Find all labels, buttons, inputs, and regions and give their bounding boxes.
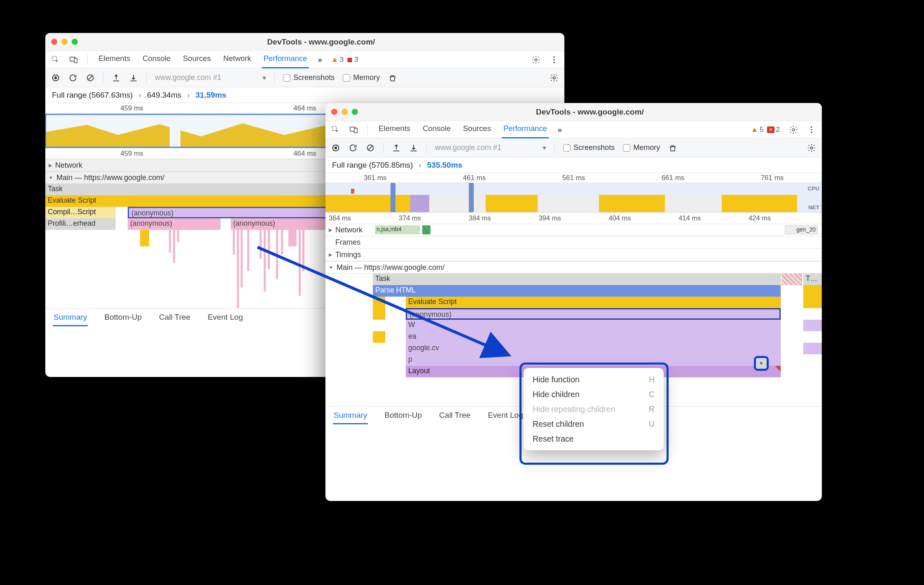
kebab-menu-icon[interactable] bbox=[807, 125, 816, 134]
flame-google-cv[interactable]: google.cv bbox=[406, 343, 781, 354]
kebab-menu-icon[interactable] bbox=[550, 55, 559, 64]
menu-hide-children[interactable]: Hide childrenC bbox=[524, 387, 664, 402]
flame-task-short[interactable]: T… bbox=[803, 274, 822, 285]
zoom-window-icon[interactable] bbox=[352, 109, 358, 115]
crumb-current[interactable]: 31.59ms bbox=[196, 91, 227, 100]
minimize-window-icon[interactable] bbox=[61, 39, 68, 45]
issue-counts[interactable]: ▲3 ◼3 bbox=[331, 55, 358, 64]
record-icon[interactable] bbox=[51, 73, 60, 82]
tab-event-log[interactable]: Event Log bbox=[487, 407, 524, 424]
tab-network[interactable]: Network bbox=[222, 51, 253, 68]
gc-icon[interactable] bbox=[388, 73, 397, 82]
memory-checkbox[interactable]: Memory bbox=[343, 73, 380, 82]
settings-icon[interactable] bbox=[789, 125, 798, 134]
menu-reset-trace[interactable]: Reset trace bbox=[524, 431, 664, 446]
flame-anonymous-selected[interactable]: (anonymous) bbox=[406, 308, 781, 320]
screenshots-checkbox[interactable]: Screenshots bbox=[283, 73, 335, 82]
flame-p[interactable]: p bbox=[406, 354, 781, 366]
screenshots-checkbox[interactable]: Screenshots bbox=[563, 143, 615, 152]
gc-icon[interactable] bbox=[668, 143, 677, 152]
reload-record-icon[interactable] bbox=[349, 143, 358, 152]
network-request-chip[interactable]: n,jsa,mb4 bbox=[375, 225, 420, 234]
flame-evaluate-script[interactable]: Evaluate Script bbox=[406, 297, 781, 308]
tab-summary[interactable]: Summary bbox=[333, 407, 368, 424]
flame-long-task[interactable] bbox=[781, 274, 802, 285]
flame-parse-html[interactable]: Parse HTML bbox=[373, 285, 781, 297]
menu-hide-function[interactable]: Hide functionH bbox=[524, 372, 664, 387]
download-icon[interactable] bbox=[129, 73, 138, 82]
close-window-icon[interactable] bbox=[331, 109, 337, 115]
record-icon[interactable] bbox=[331, 143, 340, 152]
issue-counts[interactable]: ▲5 ✕2 bbox=[751, 126, 780, 134]
section-network[interactable]: ▶ Network n,jsa,mb4 gen_20 bbox=[325, 224, 822, 236]
reload-record-icon[interactable] bbox=[68, 73, 77, 82]
tab-console[interactable]: Console bbox=[141, 51, 172, 68]
flame-segment[interactable] bbox=[803, 343, 822, 354]
section-timings[interactable]: ▶Timings bbox=[325, 249, 822, 261]
flame-profiling-overhead[interactable]: Profili…erhead bbox=[45, 218, 115, 230]
flame-segment[interactable] bbox=[373, 331, 385, 343]
clear-icon[interactable] bbox=[86, 73, 95, 82]
flame-w[interactable]: W bbox=[406, 320, 781, 331]
upload-icon[interactable] bbox=[112, 73, 121, 82]
range-handle-right[interactable] bbox=[469, 183, 474, 212]
traffic-lights bbox=[51, 39, 78, 45]
tab-summary[interactable]: Summary bbox=[53, 309, 88, 326]
flame-segment[interactable] bbox=[373, 297, 385, 308]
flame-segment[interactable] bbox=[373, 308, 385, 320]
zoom-window-icon[interactable] bbox=[72, 39, 78, 45]
flame-segment[interactable] bbox=[803, 320, 822, 331]
tab-console[interactable]: Console bbox=[421, 121, 452, 138]
inspect-element-icon[interactable] bbox=[331, 125, 340, 134]
flame-task[interactable]: Task bbox=[373, 274, 781, 285]
menu-reset-children[interactable]: Reset childrenU bbox=[524, 417, 664, 431]
tab-performance[interactable]: Performance bbox=[502, 121, 549, 138]
memory-checkbox[interactable]: Memory bbox=[623, 143, 660, 152]
tab-call-tree[interactable]: Call Tree bbox=[158, 309, 191, 326]
network-request-chip[interactable]: gen_20 bbox=[785, 225, 818, 234]
download-icon[interactable] bbox=[409, 143, 418, 152]
tab-event-log[interactable]: Event Log bbox=[207, 309, 244, 326]
flame-anonymous[interactable]: (anonymous) bbox=[128, 218, 220, 230]
panel-settings-icon[interactable] bbox=[807, 143, 816, 152]
tab-elements[interactable]: Elements bbox=[377, 121, 412, 138]
upload-icon[interactable] bbox=[392, 143, 401, 152]
ruler-tick: 374 ms bbox=[399, 214, 469, 222]
tab-performance[interactable]: Performance bbox=[262, 51, 309, 68]
device-toolbar-icon[interactable] bbox=[69, 55, 78, 64]
inspect-element-icon[interactable] bbox=[51, 55, 60, 64]
tab-elements[interactable]: Elements bbox=[97, 51, 132, 68]
minimize-window-icon[interactable] bbox=[342, 109, 348, 115]
settings-icon[interactable] bbox=[531, 55, 540, 64]
panel-settings-icon[interactable] bbox=[550, 73, 559, 82]
close-window-icon[interactable] bbox=[51, 39, 57, 45]
section-frames[interactable]: Frames bbox=[325, 236, 822, 249]
crumb-full-range[interactable]: Full range (5667.63ms) bbox=[52, 91, 133, 100]
flame-segment[interactable] bbox=[803, 297, 822, 308]
crumb-level-1[interactable]: 649.34ms bbox=[147, 91, 181, 100]
crumb-current[interactable]: 535.50ms bbox=[427, 161, 463, 170]
tab-sources[interactable]: Sources bbox=[181, 51, 213, 68]
tab-call-tree[interactable]: Call Tree bbox=[438, 407, 471, 424]
recording-dropdown[interactable]: www.google.com #1 ▾ bbox=[155, 73, 266, 82]
more-tabs-icon[interactable]: » bbox=[318, 55, 322, 64]
flame-compile-script[interactable]: Compil…Script bbox=[45, 207, 115, 218]
divider bbox=[554, 143, 555, 153]
range-handle-left[interactable] bbox=[391, 183, 395, 212]
recording-dropdown[interactable]: www.google.com #1 ▾ bbox=[435, 143, 546, 152]
highlight-ring-entry-dropdown[interactable]: ▼ bbox=[754, 356, 769, 371]
tab-bottom-up[interactable]: Bottom-Up bbox=[103, 309, 143, 326]
divider bbox=[87, 54, 88, 65]
ruler-tick: 404 ms bbox=[608, 214, 678, 222]
flame-segment[interactable] bbox=[803, 285, 822, 297]
network-request-chip[interactable] bbox=[422, 225, 430, 234]
flame-ea[interactable]: ea bbox=[406, 331, 781, 343]
tab-bottom-up[interactable]: Bottom-Up bbox=[384, 407, 423, 424]
more-tabs-icon[interactable]: » bbox=[558, 125, 562, 134]
section-main[interactable]: ▼Main — https://www.google.com/ bbox=[325, 261, 822, 274]
clear-icon[interactable] bbox=[366, 143, 375, 152]
cpu-overview[interactable]: CPU NET bbox=[325, 183, 822, 213]
crumb-full-range[interactable]: Full range (5705.85ms) bbox=[332, 161, 413, 170]
device-toolbar-icon[interactable] bbox=[349, 125, 358, 134]
tab-sources[interactable]: Sources bbox=[461, 121, 493, 138]
